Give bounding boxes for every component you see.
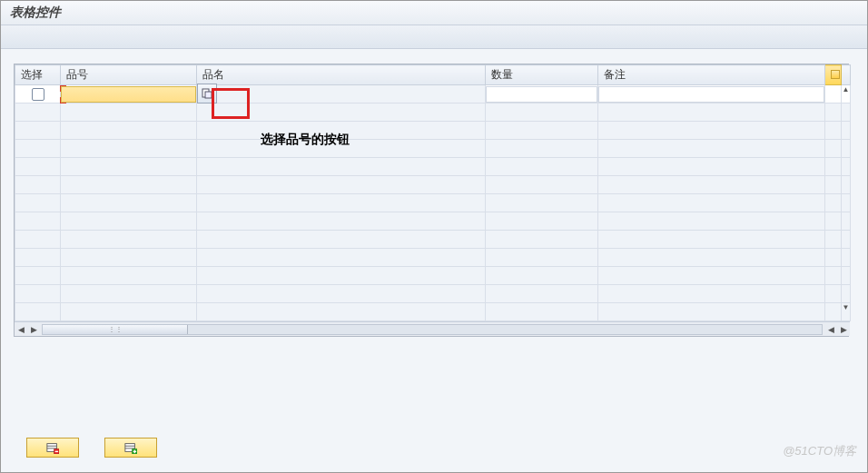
cell-remark: [598, 212, 825, 231]
vscroll-cell[interactable]: ▲: [842, 85, 851, 103]
cell-remark[interactable]: [598, 85, 825, 103]
table-row: [15, 212, 851, 231]
cell-qty: [486, 249, 598, 267]
table-config-icon: [831, 70, 840, 79]
delete-row-button[interactable]: [26, 438, 79, 458]
hscroll-right-icon[interactable]: ▶: [837, 323, 850, 336]
col-header-remark[interactable]: 备注: [598, 65, 825, 85]
bottom-toolbar: [26, 438, 157, 458]
vscroll-cell[interactable]: [842, 267, 851, 285]
cell-pname: [197, 249, 486, 267]
cell-pname: [197, 158, 486, 176]
col-header-pname[interactable]: 品名: [197, 65, 486, 85]
table-row: [15, 140, 851, 158]
table-row: [15, 231, 851, 249]
row-checkbox[interactable]: [32, 88, 44, 101]
cell-pno: [61, 140, 197, 158]
cell-select: [15, 249, 61, 267]
cell-qty[interactable]: [486, 85, 598, 103]
table-row: ▲: [15, 85, 851, 103]
cell-select: [15, 303, 61, 321]
vscroll-cell[interactable]: [842, 194, 851, 212]
cell-spacer: [825, 85, 842, 103]
vscroll-down-icon[interactable]: ▼: [842, 303, 850, 312]
cell-pname: [197, 285, 486, 303]
insert-row-button[interactable]: [104, 438, 157, 458]
cell-select: [15, 212, 61, 231]
app-window: 表格控件 选择 品号 品名 数量 备注: [0, 0, 868, 473]
vscroll-up-icon[interactable]: ▲: [842, 85, 850, 94]
qty-input[interactable]: [486, 86, 597, 103]
cell-qty: [486, 231, 598, 249]
cell-pno[interactable]: [61, 85, 197, 103]
hscroll-track[interactable]: ⋮⋮: [42, 324, 823, 335]
table-row: [15, 249, 851, 267]
vscroll-cell[interactable]: [842, 285, 851, 303]
vscroll-cell[interactable]: [842, 231, 851, 249]
search-help-icon: [202, 88, 212, 99]
remark-input[interactable]: [598, 86, 824, 103]
col-header-qty[interactable]: 数量: [486, 65, 598, 85]
cell-pname: [197, 103, 486, 122]
cell-select: [15, 267, 61, 285]
col-header-pno[interactable]: 品号: [61, 65, 197, 85]
vscroll-cell[interactable]: [842, 158, 851, 176]
cell-remark: [598, 122, 825, 140]
cell-remark: [598, 303, 825, 321]
vscroll-cell[interactable]: [842, 122, 851, 140]
cell-pno: [61, 249, 197, 267]
cell-remark: [598, 194, 825, 212]
vscroll-cell[interactable]: [842, 249, 851, 267]
cell-pno: [61, 194, 197, 212]
cell-qty: [486, 103, 598, 122]
hscroll-right-step-icon[interactable]: ▶: [27, 323, 40, 336]
pno-input[interactable]: [61, 86, 196, 103]
cell-pno: [61, 212, 197, 231]
cell-remark: [598, 158, 825, 176]
cell-spacer: [825, 194, 842, 212]
svg-rect-1: [205, 92, 212, 98]
hscroll-thumb[interactable]: ⋮⋮: [43, 325, 188, 334]
table-row: [15, 285, 851, 303]
watermark: @51CTO博客: [783, 443, 856, 459]
cell-pno: [61, 231, 197, 249]
cell-pno: [61, 176, 197, 194]
cell-qty: [486, 158, 598, 176]
cell-select: [15, 285, 61, 303]
hscroll-left-icon[interactable]: ◀: [15, 323, 27, 336]
cell-spacer: [825, 285, 842, 303]
content-area: 选择 品号 品名 数量 备注 ▲▼ ◀ ▶: [1, 49, 867, 337]
cell-qty: [486, 176, 598, 194]
cell-qty: [486, 303, 598, 321]
vscroll-cell[interactable]: ▼: [842, 303, 851, 321]
pno-search-help-button[interactable]: [197, 84, 217, 103]
vscroll-cell[interactable]: [842, 103, 851, 122]
cell-spacer: [825, 267, 842, 285]
table-row: ▼: [15, 303, 851, 321]
cell-spacer: [825, 122, 842, 140]
vscroll-cell[interactable]: [842, 140, 851, 158]
cell-select: [15, 231, 61, 249]
hscroll-left-step-icon[interactable]: ◀: [824, 323, 837, 336]
cell-qty: [486, 122, 598, 140]
table-row: [15, 103, 851, 122]
table-row: [15, 158, 851, 176]
vscroll-cell[interactable]: [842, 176, 851, 194]
annotation-label: 选择品号的按钮: [261, 132, 350, 148]
cell-spacer: [825, 303, 842, 321]
cell-remark: [598, 267, 825, 285]
cell-select: [15, 176, 61, 194]
col-header-select[interactable]: 选择: [15, 65, 61, 85]
table-config-button[interactable]: [825, 65, 842, 85]
cell-pno: [61, 122, 197, 140]
cell-pno: [61, 285, 197, 303]
cell-pname: [197, 231, 486, 249]
cell-select[interactable]: [15, 85, 61, 103]
cell-remark: [598, 231, 825, 249]
horizontal-scrollbar[interactable]: ◀ ▶ ⋮⋮ ◀ ▶: [15, 321, 850, 336]
cell-remark: [598, 249, 825, 267]
cell-spacer: [825, 103, 842, 122]
cell-qty: [486, 140, 598, 158]
cell-remark: [598, 103, 825, 122]
vscroll-cell[interactable]: [842, 212, 851, 231]
